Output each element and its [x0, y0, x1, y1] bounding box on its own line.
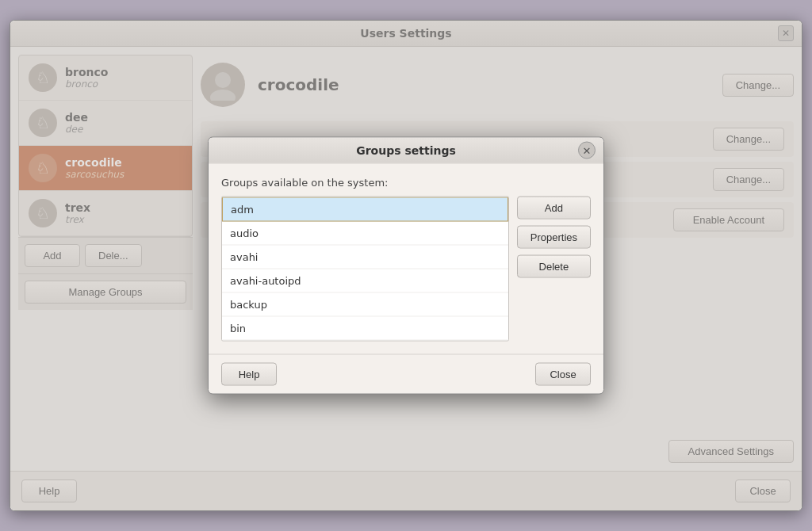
dialog-help-button[interactable]: Help: [221, 363, 277, 386]
dialog-title-bar: Groups settings ✕: [209, 138, 603, 164]
groups-settings-dialog: Groups settings ✕ Groups available on th…: [208, 137, 604, 395]
dialog-properties-button[interactable]: Properties: [517, 226, 591, 249]
dialog-footer: Help Close: [209, 354, 603, 394]
group-item-adm[interactable]: adm: [222, 197, 508, 222]
groups-list: adm audio avahi avahi-autoipd backup: [221, 197, 509, 342]
dialog-close-btn[interactable]: Close: [535, 363, 591, 386]
dialog-delete-button[interactable]: Delete: [517, 255, 591, 278]
dialog-main: adm audio avahi avahi-autoipd backup: [221, 197, 591, 342]
group-item-backup[interactable]: backup: [222, 293, 508, 317]
dialog-body: Groups available on the system: adm audi…: [209, 164, 603, 354]
dialog-subtitle: Groups available on the system:: [221, 177, 591, 189]
group-item-bin[interactable]: bin: [222, 317, 508, 341]
group-item-avahi-autoipd[interactable]: avahi-autoipd: [222, 269, 508, 293]
dialog-add-button[interactable]: Add: [517, 197, 591, 220]
dialog-title: Groups settings: [356, 144, 456, 157]
dialog-side-buttons: Add Properties Delete: [517, 197, 591, 342]
group-item-audio[interactable]: audio: [222, 222, 508, 246]
group-item-avahi[interactable]: avahi: [222, 246, 508, 269]
dialog-close-icon: ✕: [583, 144, 592, 156]
main-window: Users Settings ✕ ♘ bronco bronco: [10, 20, 802, 511]
dialog-close-button[interactable]: ✕: [578, 142, 596, 159]
